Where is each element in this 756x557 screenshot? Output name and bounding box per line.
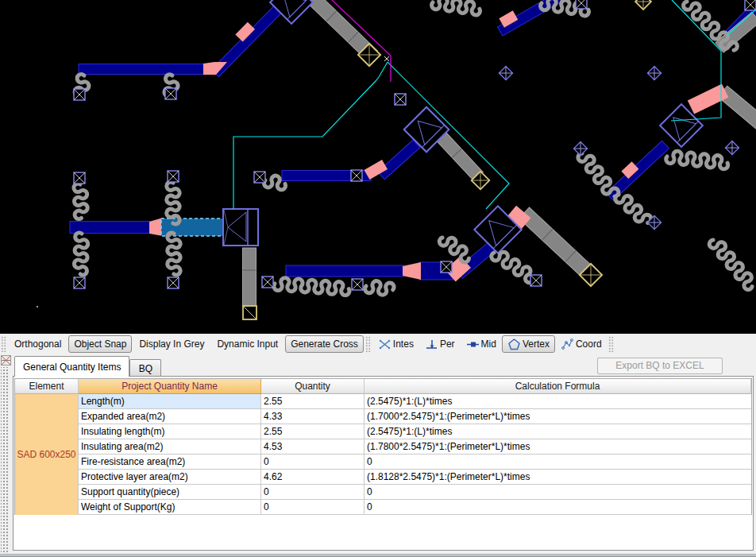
- midpoint-icon: [466, 338, 480, 350]
- toolbar-toggle-generate-cross[interactable]: Generate Cross: [285, 335, 364, 353]
- perpendicular-icon: [425, 338, 438, 350]
- panel-tabs: General Quantity ItemsBQ: [14, 355, 161, 377]
- column-header-quantity[interactable]: Quantity: [261, 379, 364, 394]
- snap-label: Intes: [393, 338, 414, 350]
- snap-toggle-mid[interactable]: Mid: [461, 335, 502, 353]
- tab-general-quantity-items[interactable]: General Quantity Items: [14, 356, 129, 377]
- table-row[interactable]: Weight of Support(Kg)00: [79, 500, 751, 515]
- formula-cell[interactable]: 0: [364, 454, 751, 470]
- column-header-element[interactable]: Element: [15, 379, 79, 394]
- window-bottom-edge: [0, 553, 756, 557]
- table-row[interactable]: Length(m)2.55(2.5475)*1:(L)*times: [79, 394, 751, 409]
- quantity-name-cell[interactable]: Insulating length(m): [79, 424, 261, 439]
- snap-label: Vertex: [523, 338, 550, 350]
- quantity-value-cell[interactable]: 0: [261, 500, 364, 515]
- formula-cell[interactable]: (1.7000*2.5475)*1:(Perimeter*L)*times: [364, 409, 751, 424]
- quantity-name-cell[interactable]: Length(m): [79, 394, 261, 409]
- quantity-value-cell[interactable]: 2.55: [261, 394, 364, 409]
- intersection-icon: [378, 338, 392, 350]
- snap-toggle-coord[interactable]: Coord: [555, 335, 608, 353]
- export-bq-button[interactable]: Export BQ to EXCEL: [597, 358, 723, 374]
- drafting-toolbar: OrthogonalObject SnapDisplay In GreyDyna…: [0, 334, 756, 354]
- panel-grip[interactable]: [1, 367, 10, 554]
- coordinate-icon: [561, 338, 574, 350]
- quantity-name-cell[interactable]: Protective layer area(m2): [79, 470, 261, 485]
- toolbar-toggle-object-snap[interactable]: Object Snap: [68, 335, 132, 353]
- table-row[interactable]: Insulating area(m2)4.53(1.7800*2.5475)*1…: [79, 439, 751, 454]
- table-row[interactable]: Protective layer area(m2)4.62(1.8128*2.5…: [79, 470, 751, 485]
- element-cell[interactable]: SAD 600x250: [15, 394, 79, 515]
- formula-cell[interactable]: (1.7800*2.5475)*1:(Perimeter*L)*times: [364, 439, 751, 454]
- quantity-name-cell[interactable]: Insulating area(m2): [79, 439, 261, 454]
- quantity-name-cell[interactable]: Expanded area(m2): [79, 409, 261, 424]
- toolbar-grip[interactable]: [608, 336, 614, 352]
- general-quantity-page: ElementProject Quantity NameQuantityCalc…: [13, 376, 754, 551]
- toolbar-toggle-dynamic-input[interactable]: Dynamic Input: [211, 335, 284, 353]
- quantity-value-cell[interactable]: 0: [261, 485, 364, 500]
- quantity-table: ElementProject Quantity NameQuantityCalc…: [14, 378, 752, 515]
- table-row[interactable]: Insulating length(m)2.55(2.5475)*1:(L)*t…: [79, 424, 751, 439]
- quantity-name-cell[interactable]: Weight of Support(Kg): [79, 500, 261, 515]
- quantity-name-cell[interactable]: Fire-resistance area(m2): [79, 454, 261, 470]
- formula-cell[interactable]: (2.5475)*1:(L)*times: [364, 424, 751, 439]
- quantity-value-cell[interactable]: 2.55: [261, 424, 364, 439]
- formula-cell[interactable]: (2.5475)*1:(L)*times: [364, 394, 751, 409]
- table-row[interactable]: Fire-resistance area(m2)00: [79, 454, 751, 470]
- tab-bq[interactable]: BQ: [129, 359, 161, 377]
- quantity-value-cell[interactable]: 0: [261, 454, 364, 470]
- column-header-project-quantity-name[interactable]: Project Quantity Name: [79, 379, 261, 394]
- snap-toggle-per[interactable]: Per: [419, 335, 461, 353]
- quantity-panel: General Quantity ItemsBQ Export BQ to EX…: [0, 354, 756, 557]
- toolbar-grip[interactable]: [365, 336, 371, 352]
- formula-cell[interactable]: 0: [364, 485, 751, 500]
- formula-cell[interactable]: 0: [364, 500, 751, 515]
- quantity-value-cell[interactable]: 4.62: [261, 470, 364, 485]
- formula-cell[interactable]: (1.8128*2.5475)*1:(Perimeter*L)*times: [364, 470, 751, 485]
- quantity-value-cell[interactable]: 4.53: [261, 439, 364, 454]
- snap-toggle-intes[interactable]: Intes: [372, 335, 419, 353]
- snap-toggle-vertex[interactable]: Vertex: [502, 335, 555, 353]
- toolbar-grip[interactable]: [1, 336, 6, 352]
- toolbar-toggle-orthogonal[interactable]: Orthogonal: [9, 335, 67, 353]
- quantity-name-cell[interactable]: Support quantity(piece): [79, 485, 261, 500]
- table-row[interactable]: Expanded area(m2)4.33(1.7000*2.5475)*1:(…: [79, 409, 751, 424]
- cad-canvas[interactable]: [0, 0, 756, 334]
- snap-label: Mid: [481, 338, 496, 350]
- toolbar-toggle-display-in-grey[interactable]: Display In Grey: [133, 335, 210, 353]
- column-header-calculation-formula[interactable]: Calculation Formula: [364, 379, 751, 394]
- vertex-icon: [507, 338, 521, 350]
- panel-pin-icon[interactable]: [1, 355, 11, 366]
- snap-label: Coord: [576, 338, 602, 350]
- quantity-value-cell[interactable]: 4.33: [261, 409, 364, 424]
- table-row[interactable]: Support quantity(piece)00: [79, 485, 751, 500]
- snap-label: Per: [440, 338, 455, 350]
